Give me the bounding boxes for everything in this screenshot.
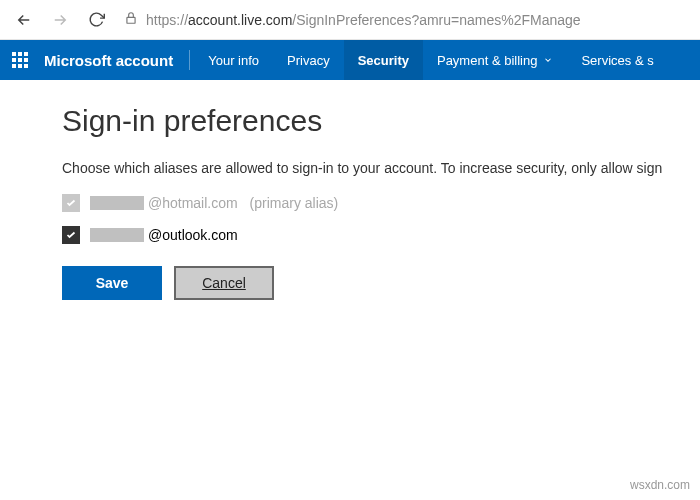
nav-security[interactable]: Security <box>344 40 423 80</box>
svg-rect-2 <box>18 52 22 56</box>
app-launcher-icon[interactable] <box>0 40 40 80</box>
alias-email-secondary: @outlook.com <box>90 227 238 243</box>
redacted-text <box>90 228 144 242</box>
alias-checkbox-disabled <box>62 194 80 212</box>
svg-rect-8 <box>18 64 22 68</box>
svg-rect-0 <box>127 17 135 23</box>
nav-privacy[interactable]: Privacy <box>273 40 344 80</box>
alias-email-primary: @hotmail.com (primary alias) <box>90 195 338 211</box>
alias-row-secondary: @outlook.com <box>62 226 700 244</box>
chevron-down-icon <box>543 53 553 68</box>
url-text: https://account.live.com/SignInPreferenc… <box>146 12 684 28</box>
svg-rect-7 <box>12 64 16 68</box>
divider <box>189 50 190 70</box>
address-bar[interactable]: https://account.live.com/SignInPreferenc… <box>116 11 692 29</box>
browser-toolbar: https://account.live.com/SignInPreferenc… <box>0 0 700 40</box>
alias-checkbox-checked[interactable] <box>62 226 80 244</box>
lock-icon <box>124 11 138 29</box>
svg-rect-5 <box>18 58 22 62</box>
button-row: Save Cancel <box>62 266 700 300</box>
save-button[interactable]: Save <box>62 266 162 300</box>
forward-button[interactable] <box>44 4 76 36</box>
nav-payment-billing[interactable]: Payment & billing <box>423 40 567 80</box>
alias-row-primary: @hotmail.com (primary alias) <box>62 194 700 212</box>
redacted-text <box>90 196 144 210</box>
refresh-button[interactable] <box>80 4 112 36</box>
svg-rect-6 <box>24 58 28 62</box>
page-subtitle: Choose which aliases are allowed to sign… <box>62 160 700 176</box>
nav-your-info[interactable]: Your info <box>194 40 273 80</box>
svg-rect-3 <box>24 52 28 56</box>
top-nav: Microsoft account Your info Privacy Secu… <box>0 40 700 80</box>
page-title: Sign-in preferences <box>62 104 700 138</box>
back-button[interactable] <box>8 4 40 36</box>
svg-rect-1 <box>12 52 16 56</box>
page-content: Sign-in preferences Choose which aliases… <box>0 80 700 300</box>
svg-rect-9 <box>24 64 28 68</box>
nav-services[interactable]: Services & s <box>567 40 667 80</box>
cancel-button[interactable]: Cancel <box>174 266 274 300</box>
watermark: wsxdn.com <box>630 478 690 492</box>
svg-rect-4 <box>12 58 16 62</box>
brand-label[interactable]: Microsoft account <box>40 52 185 69</box>
